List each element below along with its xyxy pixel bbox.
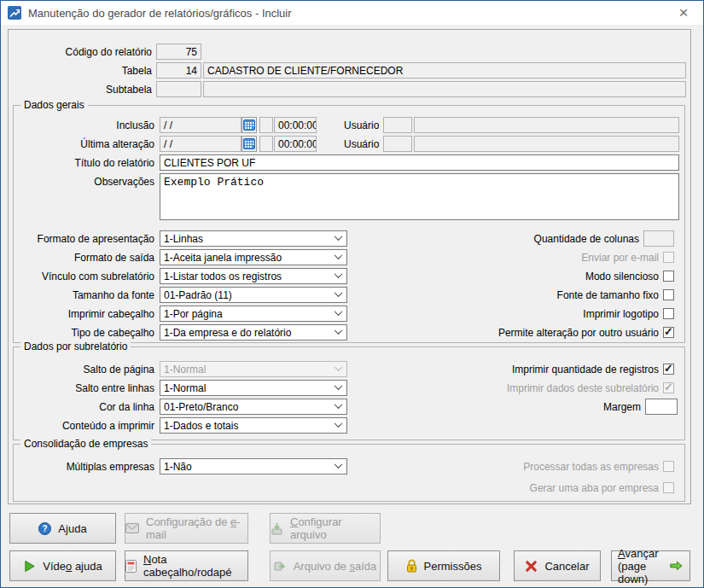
subtabela-row: Subtabela — [9, 81, 686, 97]
imprimir-logotipo-checkbox[interactable] — [663, 308, 674, 319]
tamanho-fonte-label: Tamanho da fonte — [14, 289, 157, 301]
group-dados-gerais: Dados gerais Inclusão / / — [13, 105, 685, 343]
avancar-button[interactable]: Avançar (page down) — [611, 550, 690, 581]
tamanho-fonte-combo[interactable]: 01-Padrão (11) — [160, 287, 347, 303]
cor-linha-combo[interactable]: 01-Preto/Branco — [160, 399, 347, 415]
ultima-usuario-label: Usuário — [344, 138, 383, 150]
combo-value: 1-Não — [164, 461, 335, 473]
inclusao-time-field[interactable]: 00:00:00 — [274, 117, 317, 133]
multiplas-empresas-combo[interactable]: 1-Não — [160, 458, 347, 474]
margem-label: Margem — [603, 401, 645, 413]
fonte-fixa-checkbox[interactable] — [663, 289, 674, 300]
combo-value: 1-Linhas — [164, 233, 335, 245]
formato-apresentacao-combo[interactable]: 1-Linhas — [160, 230, 347, 247]
observacoes-textarea[interactable]: Exemplo Prático — [160, 173, 679, 220]
tabela-code-field[interactable]: 14 — [156, 62, 201, 79]
vinculo-subrelatorio-label: Vínculo com subrelatório — [14, 271, 157, 282]
codigo-row: Código do relatório 75 — [9, 44, 686, 60]
processar-todas-empresas-label: Processar todas as empresas — [523, 461, 663, 473]
ultima-alteracao-label: Última alteração — [14, 138, 157, 150]
chevron-down-icon — [335, 288, 343, 297]
modo-silencioso-label: Modo silencioso — [585, 271, 663, 282]
formato-saida-combo[interactable]: 1-Aceita janela impressão — [160, 249, 347, 265]
vinculo-subrelatorio-combo[interactable]: 1-Listar todos os registros — [160, 268, 347, 284]
formato-apresentacao-row: Formato de apresentação 1-Linhas Quantid… — [14, 230, 684, 247]
subtabela-code-field[interactable] — [156, 81, 201, 97]
note-document-icon — [125, 560, 137, 573]
subtabela-label: Subtabela — [9, 84, 156, 96]
chart-arrow-icon — [8, 6, 21, 20]
chevron-down-icon — [335, 381, 343, 390]
codigo-label: Código do relatório — [9, 46, 156, 58]
imprimir-cabecalho-combo[interactable]: 1-Por página — [160, 306, 347, 322]
inclusao-usuario-name-field[interactable] — [414, 117, 679, 133]
video-ajuda-button[interactable]: Vídeo ajuda — [9, 550, 116, 581]
multiplas-empresas-row: Múltiplas empresas 1-Não Processar todas… — [14, 458, 684, 474]
combo-value: 1-Da empresa e do relatório — [164, 327, 335, 339]
inclusao-usuario-label: Usuário — [344, 119, 383, 131]
imprimir-qtd-registros-checkbox[interactable] — [663, 364, 674, 375]
chevron-down-icon — [335, 270, 343, 278]
gerar-aba-empresa-checkbox — [663, 482, 674, 493]
gerar-aba-empresa-label: Gerar uma aba por empresa — [530, 482, 663, 494]
envelope-icon — [125, 523, 139, 533]
consolidacao-legend: Consolidação de empresas — [20, 438, 151, 450]
modo-silencioso-checkbox[interactable] — [663, 271, 674, 282]
question-circle-icon: ? — [38, 522, 51, 535]
calendar-icon[interactable] — [241, 136, 257, 152]
inclusao-label: Inclusão — [14, 119, 157, 131]
ultima-mini-field[interactable] — [259, 136, 273, 152]
permite-alteracao-checkbox[interactable] — [663, 327, 674, 338]
combo-value: 1-Por página — [164, 308, 335, 320]
tabela-label: Tabela — [9, 65, 156, 77]
nota-cabecalho-rodape-button[interactable]: Nota cabeçalho/rodapé — [125, 550, 248, 581]
titlebar: Manutenção do gerador de relatórios/gráf… — [1, 1, 703, 25]
inclusao-date-field[interactable]: / / — [160, 117, 241, 133]
salto-linhas-row: Salto entre linhas 1-Normal Imprimir dad… — [14, 380, 684, 396]
dialog-window: Manutenção do gerador de relatórios/gráf… — [0, 0, 704, 588]
imprimir-dados-subrelatorio-checkbox — [663, 382, 674, 393]
salto-pagina-combo: 1-Normal — [160, 361, 347, 377]
quantidade-colunas-label: Quantidade de colunas — [534, 233, 643, 245]
tipo-cabecalho-label: Tipo de cabeçalho — [14, 327, 157, 339]
chevron-down-icon — [335, 363, 343, 371]
red-x-icon — [525, 560, 538, 573]
imprimir-cabecalho-row: Imprimir cabeçalho 1-Por página Imprimir… — [14, 306, 684, 322]
ajuda-button[interactable]: ? Ajuda — [9, 513, 116, 544]
chevron-down-icon — [335, 307, 343, 316]
tabela-row: Tabela 14 CADASTRO DE CLIENTE/FORNECEDOR — [9, 62, 686, 79]
permite-alteracao-label: Permite alteração por outro usuário — [498, 327, 663, 339]
chevron-down-icon — [335, 419, 343, 428]
margem-input[interactable] — [645, 399, 678, 415]
tipo-cabecalho-combo[interactable]: 1-Da empresa e do relatório — [160, 324, 347, 341]
subtabela-name-field[interactable] — [203, 81, 686, 97]
titulo-input[interactable]: CLIENTES POR UF — [160, 154, 679, 171]
dados-gerais-legend: Dados gerais — [20, 99, 88, 111]
ultima-usuario-name-field[interactable] — [414, 136, 679, 152]
imprimir-dados-subrelatorio-label: Imprimir dados deste subrelatório — [507, 382, 663, 394]
ultima-time-field[interactable]: 00:00:00 — [274, 136, 317, 152]
chevron-down-icon — [335, 251, 343, 259]
titulo-label: Título do relatório — [14, 157, 157, 169]
calendar-icon[interactable] — [241, 117, 257, 133]
inclusao-usuario-code-field[interactable] — [383, 117, 412, 133]
conteudo-imprimir-combo[interactable]: 1-Dados e totais — [160, 417, 347, 434]
ultima-date-field[interactable]: / / — [160, 136, 241, 152]
conteudo-imprimir-label: Conteúdo a imprimir — [14, 420, 157, 432]
combo-value: 01-Padrão (11) — [164, 289, 335, 301]
imprimir-cabecalho-label: Imprimir cabeçalho — [14, 308, 157, 320]
green-arrow-right-icon — [669, 560, 684, 572]
permissoes-button[interactable]: Permissões — [387, 550, 500, 581]
inclusao-mini-field[interactable] — [259, 117, 273, 133]
cor-linha-label: Cor da linha — [14, 401, 157, 413]
vinculo-subrelatorio-row: Vínculo com subrelatório 1-Listar todos … — [14, 268, 684, 284]
close-x-icon[interactable]: × — [671, 1, 696, 25]
tabela-name-field[interactable]: CADASTRO DE CLIENTE/FORNECEDOR — [203, 62, 686, 79]
form-panel: Código do relatório 75 Tabela 14 CADASTR… — [8, 29, 691, 504]
codigo-field[interactable]: 75 — [156, 44, 201, 60]
cancelar-button[interactable]: Cancelar — [514, 550, 601, 581]
ultima-usuario-code-field[interactable] — [383, 136, 412, 152]
enviar-email-checkbox — [663, 252, 674, 263]
combo-value: 1-Aceita janela impressão — [164, 252, 335, 264]
salto-linhas-combo[interactable]: 1-Normal — [160, 380, 347, 396]
